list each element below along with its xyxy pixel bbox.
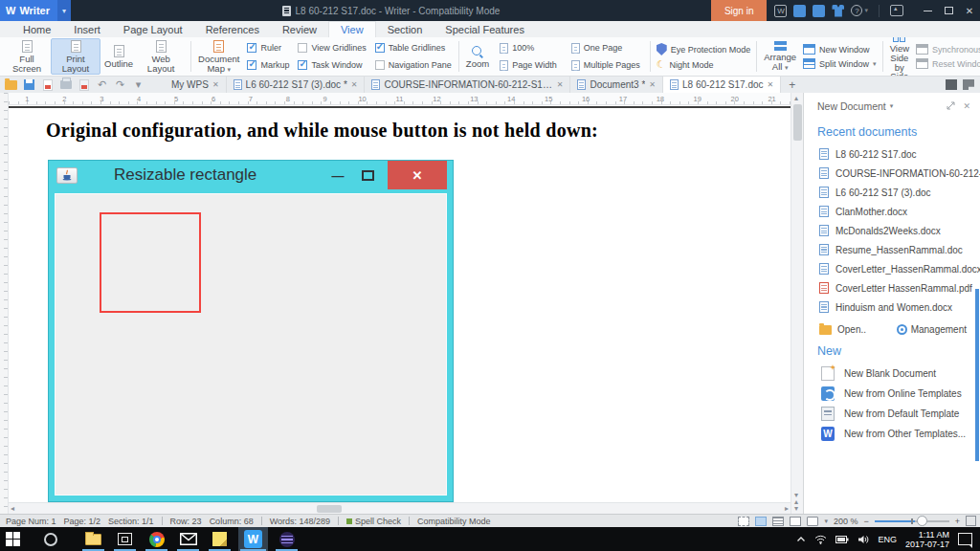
recent-document-item[interactable]: L6 60-212 S17 (3).doc	[804, 183, 980, 202]
horizontal-scroll-thumb[interactable]	[317, 505, 342, 513]
docer-templates-icon[interactable]	[832, 5, 844, 17]
menu-tab[interactable]: References	[194, 21, 271, 37]
recent-document-item[interactable]: McDonalds2Weeks.docx	[804, 221, 980, 240]
recent-document-item[interactable]: Hinduism and Women.docx	[804, 298, 980, 317]
new-item[interactable]: New from Online Templates	[804, 384, 980, 404]
zoom-option-button[interactable]: One Page	[568, 41, 643, 55]
wps-community-icon[interactable]: W	[774, 5, 787, 17]
view-mode-button[interactable]: Outline	[100, 38, 137, 75]
sign-in-button[interactable]: Sign in	[711, 0, 768, 21]
expand-pane-icon[interactable]	[947, 101, 955, 110]
vertical-scroll-thumb[interactable]	[793, 104, 802, 141]
scroll-left-icon[interactable]: ◂	[11, 504, 14, 513]
minimize-button[interactable]	[917, 0, 938, 21]
print-layout-view-icon[interactable]	[755, 517, 767, 526]
document-tab[interactable]: COURSE-INFORMATION-60-212-S17(1) (1).doc…	[365, 77, 570, 93]
reset-window-position-button[interactable]: Reset Window Position	[913, 58, 980, 69]
document-page[interactable]: Original configuration, and while mouse …	[9, 105, 791, 502]
zoom-percentage[interactable]: 200 %	[834, 517, 858, 526]
close-button[interactable]: ✕	[959, 0, 980, 21]
wifi-icon[interactable]	[814, 535, 827, 544]
menu-tab[interactable]: Insert	[62, 21, 112, 37]
help-menu[interactable]: ? ▾	[851, 5, 868, 16]
document-tab[interactable]: L8 60-212 S17.doc ✕	[663, 77, 781, 93]
menu-tab[interactable]: Review	[271, 21, 328, 37]
wps-writer-button[interactable]: W	[238, 527, 268, 551]
print-preview-icon[interactable]	[78, 78, 90, 91]
view-mode-button[interactable]: Print Layout	[51, 38, 100, 75]
task-pane-caret-icon[interactable]: ▾	[890, 102, 894, 110]
open-folder-icon[interactable]	[5, 78, 17, 91]
view-checkbox[interactable]: Navigation Pane	[375, 58, 452, 73]
ribbon-display-icon[interactable]	[890, 5, 903, 16]
close-tab-icon[interactable]: ✕	[768, 80, 774, 89]
zoom-option-button[interactable]: 100%	[497, 41, 560, 55]
undo-icon[interactable]: ↶	[96, 78, 108, 91]
movies-tv-button[interactable]	[112, 527, 138, 551]
outline-view-icon[interactable]	[772, 517, 784, 526]
app-menu-caret-icon[interactable]: ▾	[57, 0, 71, 21]
view-checkbox[interactable]: Markup	[247, 58, 289, 73]
fullscreen-view-icon[interactable]	[738, 517, 749, 526]
close-tab-icon[interactable]: ✕	[212, 80, 219, 89]
recent-document-item[interactable]: CoverLetter_HassenRammal.docx	[804, 259, 980, 278]
close-tab-icon[interactable]: ✕	[557, 80, 564, 89]
close-pane-icon[interactable]: ✕	[963, 101, 970, 111]
start-button[interactable]	[0, 527, 26, 551]
print-icon[interactable]	[59, 78, 72, 91]
synchronous-scrolling-button[interactable]: Synchronous Scrolling	[913, 44, 980, 55]
chrome-button[interactable]	[144, 527, 169, 551]
recent-document-item[interactable]: CoverLetter HassenRammal.pdf	[804, 278, 980, 298]
split-window-button[interactable]: Split Window ▾	[800, 58, 880, 69]
clock[interactable]: 1:11 AM 2017-07-17	[905, 530, 949, 549]
zoom-out-icon[interactable]: −	[863, 517, 868, 526]
zoom-presets-caret-icon[interactable]: ▾	[824, 518, 828, 525]
menu-tab[interactable]: Section	[376, 21, 434, 37]
view-checkbox[interactable]: Task Window	[298, 58, 366, 73]
maximize-button[interactable]	[938, 0, 959, 21]
scroll-right-icon[interactable]: ▸	[785, 504, 789, 513]
zoom-option-button[interactable]: Multiple Pages	[568, 58, 643, 73]
view-mode-button[interactable]: Full Screen	[3, 38, 51, 75]
file-explorer-button[interactable]	[80, 527, 106, 551]
zoom-option-button[interactable]: Page Width	[497, 58, 560, 73]
horizontal-scrollbar[interactable]: ◂ ▸	[9, 502, 791, 514]
task-pane-scrollbar[interactable]	[975, 289, 979, 461]
management-button[interactable]: Management	[897, 324, 967, 335]
view-checkbox[interactable]: Ruler	[247, 41, 289, 55]
redo-icon[interactable]: ↷	[114, 78, 126, 91]
web-layout-view-icon[interactable]	[790, 517, 801, 526]
new-item[interactable]: New Blank Document	[804, 364, 980, 384]
docs-cloud-icon[interactable]	[813, 5, 825, 17]
fit-page-icon[interactable]	[966, 516, 976, 526]
language-indicator[interactable]: ENG	[878, 535, 897, 544]
scroll-up-icon[interactable]: ▴	[794, 94, 798, 102]
qat-caret-icon[interactable]: ▾	[132, 78, 145, 91]
document-tab[interactable]: My WPS ✕	[150, 77, 227, 93]
apps-grid-icon[interactable]	[793, 5, 806, 17]
battery-icon[interactable]	[835, 536, 849, 543]
open-button[interactable]: Open..	[819, 324, 866, 335]
view-side-by-side-button[interactable]: View Side by Side	[886, 38, 913, 75]
menu-tab[interactable]: View	[328, 21, 376, 37]
writer-menu-button[interactable]: W Writer	[0, 0, 57, 21]
recent-document-item[interactable]: L8 60-212 S17.doc	[804, 144, 980, 164]
new-tab-button[interactable]: +	[781, 77, 803, 93]
new-window-button[interactable]: New Window	[800, 44, 880, 55]
close-tab-icon[interactable]: ✕	[351, 80, 358, 89]
new-item[interactable]: New from Default Template	[804, 404, 980, 424]
view-checkbox[interactable]: View Gridlines	[298, 41, 366, 55]
new-item[interactable]: W New from Other Templates...	[804, 424, 980, 444]
zoom-presets-icon[interactable]	[807, 517, 818, 526]
recent-document-item[interactable]: ClanMother.docx	[804, 202, 980, 221]
workspace-icon[interactable]	[963, 79, 974, 90]
zoom-slider-handle[interactable]	[917, 516, 927, 526]
menu-tab[interactable]: Special Features	[434, 21, 536, 37]
action-center-icon[interactable]	[958, 533, 972, 545]
document-map-button[interactable]: Document Map ▾	[194, 38, 243, 75]
speaker-icon[interactable]	[858, 535, 869, 544]
mail-button[interactable]	[175, 527, 201, 551]
zoom-in-icon[interactable]: +	[955, 517, 960, 526]
zoom-button[interactable]: Zoom	[462, 38, 493, 75]
sticky-notes-button[interactable]	[207, 527, 233, 551]
